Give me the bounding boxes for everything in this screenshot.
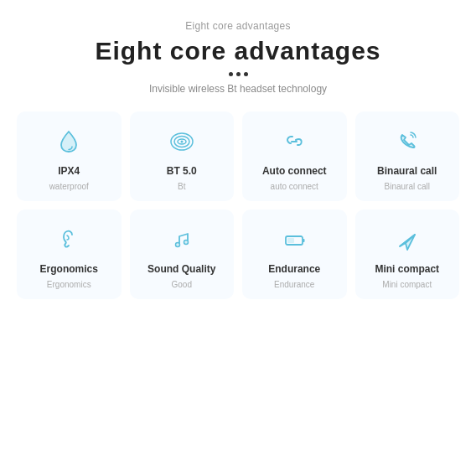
music-icon — [165, 223, 199, 256]
card-ergonomics-title: Ergonomics — [40, 263, 98, 275]
card-binaural-call: Binaural call Binaural call — [355, 111, 460, 201]
page-subtitle: Eight core advantages — [185, 20, 291, 32]
card-ergonomics-subtitle: Ergonomics — [47, 280, 91, 289]
card-endurance-subtitle: Endurance — [274, 280, 314, 289]
ear-icon — [52, 223, 85, 256]
card-sound-quality: Sound Quality Good — [130, 210, 235, 299]
svg-point-6 — [184, 241, 188, 245]
phone-icon — [391, 125, 424, 158]
features-grid: IPX4 waterproof BT 5.0 Bt Auto connect a… — [17, 111, 459, 299]
card-mini-compact-title: Mini compact — [375, 263, 439, 275]
water-drop-icon — [52, 125, 85, 158]
card-auto-connect-subtitle: auto connect — [271, 182, 318, 191]
bluetooth-icon — [165, 125, 199, 158]
paper-plane-icon — [391, 223, 424, 256]
card-endurance-title: Endurance — [268, 263, 320, 275]
link-icon — [277, 125, 311, 158]
card-binaural-call-title: Binaural call — [377, 165, 437, 177]
card-mini-compact: Mini compact Mini compact — [355, 210, 460, 299]
card-sound-quality-subtitle: Good — [172, 280, 192, 289]
card-auto-connect-title: Auto connect — [262, 165, 327, 177]
card-bt: BT 5.0 Bt — [130, 111, 235, 201]
page-description: Invisible wireless Bt headset technology — [149, 83, 327, 95]
battery-icon — [277, 223, 311, 256]
card-endurance: Endurance Endurance — [242, 210, 347, 299]
card-ipx4-title: IPX4 — [58, 165, 80, 177]
card-mini-compact-subtitle: Mini compact — [382, 280, 432, 289]
card-auto-connect: Auto connect auto connect — [242, 111, 347, 201]
svg-rect-9 — [287, 238, 294, 243]
page-title: Eight core advantages — [95, 37, 380, 65]
card-binaural-call-subtitle: Binaural call — [385, 182, 430, 191]
svg-point-3 — [180, 141, 183, 143]
card-ipx4-subtitle: waterproof — [49, 182, 89, 191]
card-ipx4: IPX4 waterproof — [17, 111, 122, 201]
card-bt-subtitle: Bt — [178, 182, 185, 191]
card-sound-quality-title: Sound Quality — [147, 263, 215, 275]
card-ergonomics: Ergonomics Ergonomics — [17, 210, 122, 299]
decorative-dots — [229, 72, 248, 76]
svg-point-5 — [175, 243, 179, 247]
svg-rect-8 — [303, 239, 305, 242]
card-bt-title: BT 5.0 — [167, 165, 197, 177]
